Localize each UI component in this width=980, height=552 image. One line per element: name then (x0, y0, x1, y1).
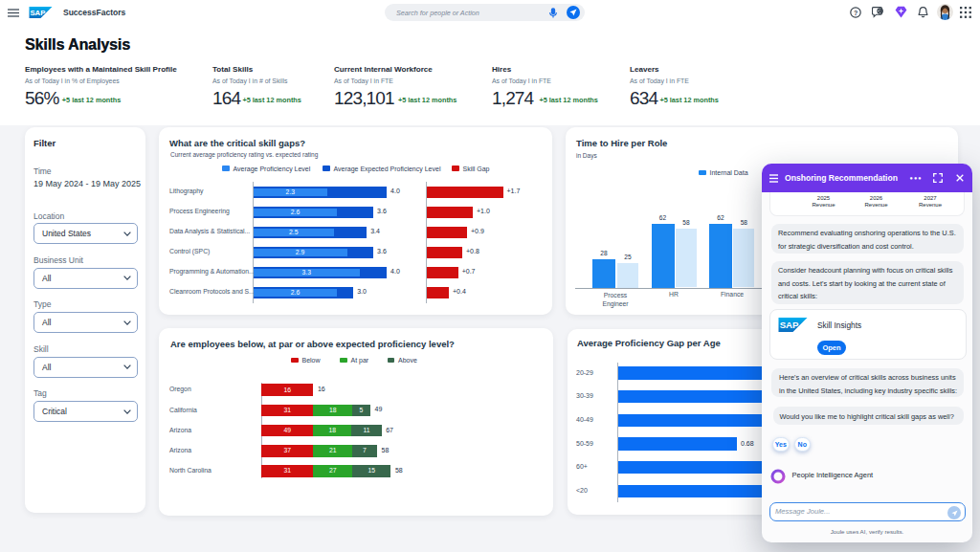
svg-text:SAP: SAP (30, 9, 45, 17)
svg-text:?: ? (854, 10, 858, 16)
svg-text:SAP: SAP (780, 320, 799, 330)
